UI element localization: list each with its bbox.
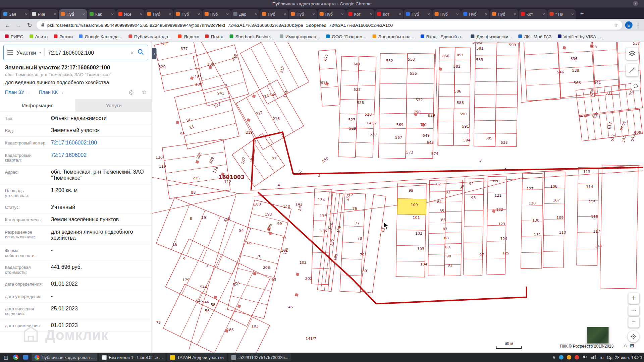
browser-tab[interactable]: Пуб×	[203, 9, 231, 19]
new-tab-button[interactable]: +	[578, 9, 587, 18]
bookmark-item[interactable]: Sberbank Busine...	[229, 34, 273, 39]
browser-tab[interactable]: Пуб×	[461, 9, 489, 19]
browser-menu-icon[interactable]: ⋮	[635, 22, 641, 28]
browser-tab[interactable]: Кот×	[375, 9, 403, 19]
select-area-button[interactable]	[631, 81, 640, 90]
alert-tray-icon[interactable]	[575, 355, 579, 359]
browser-tab[interactable]: Пуб×	[490, 9, 518, 19]
my-location-button[interactable]	[628, 331, 639, 342]
taskbar-window-button[interactable]: -5229110275175730025...	[228, 353, 291, 361]
basemap-thumbnail[interactable]	[587, 326, 610, 344]
tab-close-icon[interactable]: ×	[169, 11, 171, 16]
bookmark-item[interactable]: Вход - Единый л...	[420, 34, 464, 39]
browser-tab[interactable]: Рие×	[30, 9, 58, 19]
bookmark-item[interactable]: Для физически...	[471, 34, 512, 39]
browser-tab[interactable]: Пуб×	[404, 9, 432, 19]
tab-close-icon[interactable]: ×	[284, 11, 286, 16]
tab-close-icon[interactable]: ×	[542, 11, 545, 16]
taskbar-window-button[interactable]: ТАРАН Андрей участки	[167, 353, 227, 361]
parcel-block[interactable]	[163, 284, 270, 352]
updates-tray-icon[interactable]	[567, 355, 571, 359]
browser-tab[interactable]: Кот×	[346, 9, 374, 19]
plan-zu-link[interactable]: План ЗУ →	[5, 89, 31, 95]
browser-tab[interactable]: Пуб×	[318, 9, 346, 19]
chrome-launcher-icon[interactable]	[12, 354, 20, 361]
tab-close-icon[interactable]: ×	[370, 11, 373, 16]
layers-button[interactable]	[626, 48, 638, 60]
zoom-out-button[interactable]: −	[628, 317, 639, 327]
parcel-block[interactable]	[592, 42, 619, 96]
info-row-value[interactable]: 72:17:1606002:100	[51, 139, 147, 145]
bookmark-item[interactable]: Авито	[30, 34, 48, 39]
tab-close-icon[interactable]: ×	[226, 11, 229, 16]
fullscreen-icon[interactable]: ⊞	[630, 343, 634, 348]
browser-tab[interactable]: Исе×	[116, 9, 145, 19]
clear-search-icon[interactable]: ×	[130, 49, 134, 56]
plan-kk-link[interactable]: План КК →	[39, 89, 64, 95]
info-row-value[interactable]: 72:17:1606002	[51, 152, 147, 163]
back-icon[interactable]: ←	[3, 21, 11, 29]
address-bar[interactable]: pkk.rosreestr.ru/#/search/56.95449099999…	[37, 20, 622, 29]
parcel-block[interactable]	[600, 165, 638, 289]
browser-tab[interactable]: Пуб×	[59, 9, 87, 19]
tab-close-icon[interactable]: ×	[485, 11, 488, 16]
favorite-star-icon[interactable]: ☆	[142, 89, 147, 95]
parcel-block[interactable]	[311, 189, 332, 285]
parcel-block[interactable]	[438, 48, 455, 145]
site-lock-icon[interactable]	[41, 22, 45, 28]
volume-icon[interactable]	[582, 354, 588, 360]
search-type-select[interactable]: Участки	[16, 50, 36, 56]
parcel-block[interactable]	[378, 53, 407, 159]
tab-close-icon[interactable]: ×	[341, 11, 344, 16]
parcel-block[interactable]	[165, 239, 270, 326]
bookmark-item[interactable]: Яндекс	[178, 34, 199, 39]
browser-tab[interactable]: Пуб×	[174, 9, 202, 19]
zoom-in-button[interactable]: +	[628, 293, 639, 304]
browser-tab[interactable]: * Пи×	[547, 9, 576, 19]
panel-collapse-button[interactable]: ‹	[152, 48, 156, 59]
search-icon[interactable]	[137, 48, 144, 57]
bookmark-item[interactable]: Этажи	[54, 34, 73, 39]
bookmark-star-icon[interactable]: ☆	[614, 22, 618, 28]
reload-icon[interactable]: ↻	[25, 21, 34, 29]
browser-tab[interactable]: Зая×	[1, 9, 30, 19]
bookmark-item[interactable]: Почта	[205, 34, 224, 39]
tab-services[interactable]: Услуги	[75, 99, 152, 112]
bookmark-item[interactable]: Импортирован...	[280, 34, 320, 39]
files-launcher-icon[interactable]	[22, 354, 30, 361]
parcel-block[interactable]	[463, 178, 484, 275]
taskbar-window-button[interactable]: Публичная кадастровая ...	[32, 353, 97, 361]
measure-button[interactable]	[626, 64, 638, 76]
tab-close-icon[interactable]: ×	[54, 11, 56, 16]
parcel-block[interactable]	[162, 139, 230, 198]
keyboard-layout[interactable]: ru	[599, 355, 603, 360]
bookmark-item[interactable]: Google Календа...	[79, 34, 122, 39]
parcel-block[interactable]	[453, 48, 471, 145]
window-menu-icon[interactable]: ∨	[633, 1, 638, 6]
tab-close-icon[interactable]: ×	[514, 11, 516, 16]
bookmark-item[interactable]: Публичная када...	[128, 34, 172, 39]
search-input[interactable]: 72:17:1606002:100	[48, 50, 127, 56]
tab-close-icon[interactable]: ×	[25, 11, 28, 16]
network-icon[interactable]	[591, 355, 596, 360]
tab-information[interactable]: Информация	[0, 99, 75, 112]
bookmark-item[interactable]: РИЕС	[5, 34, 23, 39]
map-more-button[interactable]: ⋯	[628, 305, 639, 316]
tab-close-icon[interactable]: ×	[140, 11, 143, 16]
browser-tab[interactable]: Пуб×	[145, 9, 173, 19]
tray-expand-icon[interactable]: ∧	[552, 355, 555, 360]
bookmark-item[interactable]: ЛК - Мой ГАЗ	[518, 34, 551, 39]
browser-tab[interactable]: Пуб×	[289, 9, 317, 19]
telegram-tray-icon[interactable]	[559, 355, 563, 359]
tab-close-icon[interactable]: ×	[456, 11, 459, 16]
tab-close-icon[interactable]: ×	[427, 11, 430, 16]
bookmark-item[interactable]: ООО "Газпром...	[326, 34, 366, 39]
browser-tab[interactable]: Дер×	[231, 9, 259, 19]
parcel-block[interactable]	[524, 42, 560, 101]
browser-tab[interactable]: Кот×	[519, 9, 547, 19]
taskbar-window-button[interactable]: Без имени 1 - LibreOffice ...	[99, 353, 166, 361]
parcel-block[interactable]	[174, 84, 239, 149]
app-launcher-icon[interactable]: ⊞	[2, 354, 10, 361]
search-bar[interactable]: Участки ▾ 72:17:1606002:100 ×	[3, 45, 148, 60]
bookmark-item[interactable]: Verified by VISA - ...	[558, 34, 604, 39]
